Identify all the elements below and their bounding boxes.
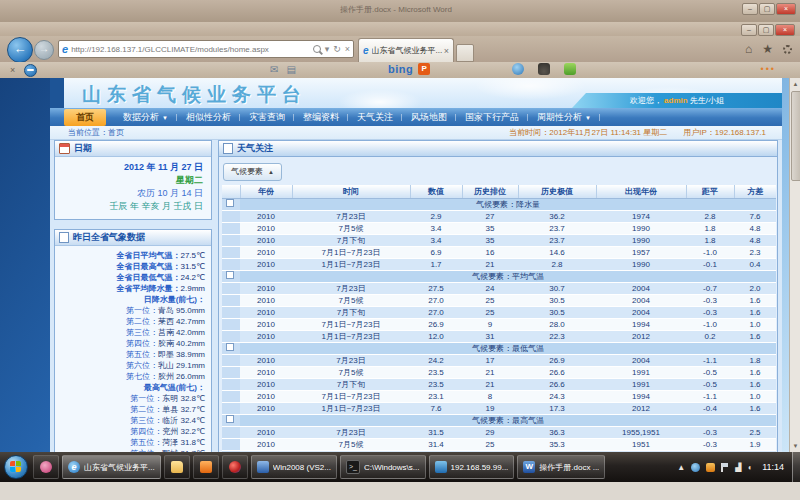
scroll-up-icon[interactable]: ▲ — [790, 78, 800, 90]
rank-item[interactable]: 第七位：胶州 26.0mm — [57, 371, 205, 382]
rank-item[interactable]: 第五位：即墨 38.9mm — [57, 349, 205, 360]
scroll-down-icon[interactable]: ▼ — [790, 440, 800, 452]
rank-item[interactable]: 第二位：单县 32.7℃ — [57, 404, 205, 415]
paw-addon-icon[interactable] — [538, 63, 550, 75]
column-header[interactable]: 距平 — [686, 185, 734, 199]
pinyin-badge-icon[interactable]: P — [418, 63, 430, 75]
column-header[interactable]: 方差 — [734, 185, 776, 199]
table-row[interactable]: 20107月1日~7月23日26.9928.01994-1.01.0 — [222, 318, 776, 330]
scrollbar-thumb[interactable] — [791, 91, 800, 181]
group-checkbox[interactable] — [226, 343, 234, 351]
tab-close-icon[interactable]: × — [444, 46, 449, 56]
column-header[interactable]: 时间 — [292, 185, 410, 199]
refresh-icon[interactable]: ↻ — [333, 44, 341, 54]
back-button[interactable]: ← — [7, 37, 33, 63]
group-checkbox[interactable] — [226, 199, 234, 207]
forward-button[interactable]: → — [34, 40, 54, 60]
word-restore-button[interactable]: ▢ — [759, 3, 775, 15]
table-row[interactable]: 20107月5候31.42535.31951-0.31.9 — [222, 438, 776, 450]
rank-item[interactable]: 第五位：菏泽 31.8℃ — [57, 437, 205, 448]
table-row[interactable]: 20107月23日2.92736.219742.87.6 — [222, 210, 776, 222]
table-row[interactable]: 20107月下旬3.43523.719901.84.8 — [222, 234, 776, 246]
rank-item[interactable]: 第四位：兖州 32.2℃ — [57, 426, 205, 437]
addon-logo-icon[interactable] — [24, 64, 37, 77]
table-row[interactable]: 20107月5候3.43523.719901.84.8 — [222, 222, 776, 234]
table-row[interactable]: 20101月1日~7月23日7.61917.32012-0.41.6 — [222, 402, 776, 414]
home-icon[interactable]: ⌂ — [745, 42, 752, 56]
table-row[interactable]: 20107月23日31.52936.31955,1951-0.32.5 — [222, 426, 776, 438]
table-row[interactable]: 20107月23日24.21726.92004-1.11.8 — [222, 354, 776, 366]
column-header[interactable]: 年份 — [240, 185, 292, 199]
nav-item[interactable]: 相似性分析 — [177, 111, 240, 124]
camera-addon-icon[interactable] — [512, 63, 524, 75]
action-center-flag-icon[interactable] — [721, 463, 729, 472]
table-row[interactable]: 20107月下旬23.52126.61991-0.51.6 — [222, 378, 776, 390]
tray-warning-icon[interactable] — [706, 463, 715, 472]
table-row[interactable]: 20101月1日~7月23日12.03122.320120.21.6 — [222, 330, 776, 342]
nav-item[interactable]: 国家下行产品 — [456, 111, 528, 124]
nav-item[interactable]: 天气关注 — [348, 111, 402, 124]
taskbar-task-media[interactable] — [222, 455, 248, 479]
new-tab-button[interactable] — [456, 44, 474, 62]
rank-item[interactable]: 第三位：莒南 42.0mm — [57, 327, 205, 338]
table-row[interactable]: 20107月下旬27.02530.52004-0.31.6 — [222, 306, 776, 318]
nav-item[interactable]: 数据分析▼ — [114, 111, 177, 124]
rank-item[interactable]: 第一位：青岛 95.0mm — [57, 305, 205, 316]
column-header[interactable]: 出现年份 — [596, 185, 686, 199]
column-header[interactable]: 历史排位 — [462, 185, 518, 199]
taskbar-task-ie[interactable]: e山东省气候业务平... — [62, 455, 161, 479]
word-close-button[interactable]: × — [776, 3, 796, 15]
stop-icon[interactable]: × — [345, 44, 350, 54]
column-header[interactable]: 数值 — [410, 185, 462, 199]
ie-restore-button[interactable]: ▢ — [758, 24, 774, 36]
table-row[interactable]: 20101月1日~7月23日1.7212.81990-0.10.4 — [222, 258, 776, 270]
group-checkbox[interactable] — [226, 271, 234, 279]
taskbar-task-vm[interactable]: Win2008 (VS2... — [251, 455, 337, 479]
rank-item[interactable]: 第六位：乳山 29.1mm — [57, 360, 205, 371]
nav-item[interactable]: 首页 — [64, 109, 106, 126]
url-text[interactable]: http://192.168.137.1/GLCCLIMATE/modules/… — [71, 45, 309, 54]
browser-tab[interactable]: e 山东省气候业务平... × — [358, 38, 454, 62]
column-header[interactable]: 历史极值 — [518, 185, 596, 199]
vertical-scrollbar[interactable]: ▲ ▼ — [789, 78, 800, 452]
bing-search-area[interactable]: bing P — [388, 63, 430, 75]
table-row[interactable]: 20107月1日~7月23日6.91614.61957-1.02.3 — [222, 246, 776, 258]
favorites-star-icon[interactable]: ★ — [762, 42, 773, 56]
toolbar-overflow-icon[interactable]: ••• — [761, 64, 776, 74]
word-minimize-button[interactable]: – — [742, 3, 758, 15]
show-hidden-icons[interactable]: ▲ — [677, 463, 685, 472]
group-header-row[interactable]: 气候要素：降水量 — [222, 198, 776, 210]
taskbar-task-folder[interactable] — [164, 455, 190, 479]
print-icon[interactable]: ▤ — [286, 64, 295, 75]
address-bar[interactable]: e http://192.168.137.1/GLCCLIMATE/module… — [58, 40, 354, 58]
taskbar-task-word[interactable]: W操作手册.docx ... — [517, 455, 605, 479]
volume-icon[interactable]: ◖ — [747, 463, 752, 472]
nav-item[interactable]: 整编资料 — [294, 111, 348, 124]
rank-item[interactable]: 第二位：莱西 42.7mm — [57, 316, 205, 327]
table-row[interactable]: 20107月1日~7月23日23.1824.31994-1.11.0 — [222, 390, 776, 402]
pinned-app-icon[interactable] — [33, 455, 59, 479]
group-checkbox[interactable] — [226, 415, 234, 423]
climate-element-filter-button[interactable]: 气候要素 ▲ — [223, 163, 282, 181]
tray-app-icon[interactable] — [691, 463, 700, 472]
rank-item[interactable]: 第一位：东明 32.8℃ — [57, 393, 205, 404]
network-icon[interactable]: ▟ — [735, 463, 741, 472]
nav-item[interactable]: 风场地图 — [402, 111, 456, 124]
table-row[interactable]: 20107月5候27.02530.52004-0.31.6 — [222, 294, 776, 306]
taskbar-task-rdp[interactable]: 192.168.59.99... — [429, 455, 515, 479]
search-dropdown-icon[interactable]: ▾ — [325, 44, 330, 54]
toolbar-close-icon[interactable]: × — [10, 65, 15, 75]
tools-gear-icon[interactable] — [783, 45, 792, 54]
group-header-row[interactable]: 气候要素：最低气温 — [222, 342, 776, 354]
nav-item[interactable]: 灾害查询 — [240, 111, 294, 124]
ie-minimize-button[interactable]: – — [741, 24, 757, 36]
mail-icon[interactable]: ✉ — [270, 64, 278, 75]
taskbar-task-orange[interactable] — [193, 455, 219, 479]
start-button[interactable] — [4, 455, 28, 479]
search-icon[interactable] — [313, 45, 321, 53]
plugin-addon-icon[interactable] — [564, 63, 576, 75]
table-row[interactable]: 20107月23日27.52430.72004-0.72.0 — [222, 282, 776, 294]
taskbar-clock[interactable]: 11:14 — [762, 462, 784, 472]
taskbar-task-cmd[interactable]: >_C:\Windows\s... — [340, 455, 426, 479]
show-desktop-button[interactable] — [792, 452, 800, 482]
